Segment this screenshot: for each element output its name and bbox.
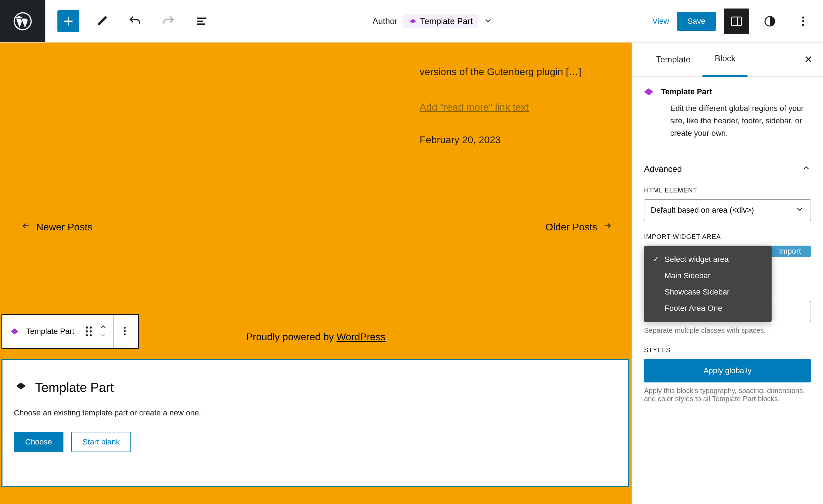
options-button[interactable] (790, 9, 816, 34)
html-element-select[interactable]: Default based on area (<div>) (644, 199, 811, 221)
template-part-pill-label: Template Part (420, 16, 473, 26)
block-name: Template Part (661, 87, 712, 96)
document-label: Author (373, 16, 398, 26)
start-blank-button[interactable]: Start blank (71, 432, 131, 452)
template-part-icon (408, 17, 418, 26)
import-widget-label: IMPORT WIDGET AREA (644, 233, 811, 241)
read-more-link[interactable]: Add "read more" link text (420, 100, 604, 115)
chevron-down-icon (795, 205, 804, 216)
template-part-icon (14, 379, 28, 396)
template-part-pill[interactable]: Template Part (403, 14, 478, 28)
dropdown-option-footer-area-one[interactable]: Footer Area One (644, 300, 772, 317)
advanced-panel-toggle[interactable]: Advanced (644, 163, 811, 175)
older-posts-label: Older Posts (545, 222, 597, 233)
advanced-label: Advanced (644, 164, 682, 174)
wordpress-link[interactable]: WordPress (337, 331, 386, 342)
editor-topbar: Author Template Part View Save (0, 0, 823, 43)
editor-canvas[interactable]: versions of the Gutenberg plugin […] Add… (0, 43, 632, 504)
powered-by: Proudly powered by WordPress (0, 331, 632, 343)
svg-point-3 (802, 16, 804, 18)
dropdown-option-showcase-sidebar[interactable]: Showcase Sidebar (644, 284, 772, 300)
arrow-left-icon (21, 221, 30, 233)
template-part-icon (642, 85, 656, 99)
powered-by-prefix: Proudly powered by (246, 331, 336, 342)
block-description: Edit the different global regions of you… (670, 102, 811, 140)
apply-globally-button[interactable]: Apply globally (644, 359, 811, 382)
tab-template[interactable]: Template (644, 43, 702, 76)
undo-button[interactable] (124, 10, 146, 32)
styles-label: STYLES (644, 347, 811, 354)
newer-posts-link[interactable]: Newer Posts (21, 221, 93, 233)
list-view-button[interactable] (191, 10, 213, 32)
tools-button[interactable] (91, 10, 113, 32)
excerpt-text: versions of the Gutenberg plugin […] (420, 66, 581, 77)
save-button[interactable]: Save (677, 12, 716, 31)
settings-sidebar: Template Block Template Part Edit the di… (632, 43, 823, 504)
apply-globally-help: Apply this block's typography, spacing, … (644, 387, 811, 403)
post-excerpt: versions of the Gutenberg plugin […] Add… (420, 65, 604, 147)
html-element-value: Default based on area (<div>) (651, 206, 754, 215)
arrow-right-icon (603, 221, 612, 233)
older-posts-link[interactable]: Older Posts (545, 221, 612, 233)
dropdown-option-select[interactable]: Select widget area (644, 251, 772, 268)
html-element-label: HTML ELEMENT (644, 187, 811, 194)
dropdown-option-main-sidebar[interactable]: Main Sidebar (644, 268, 772, 284)
tab-block[interactable]: Block (702, 43, 748, 77)
settings-sidebar-toggle[interactable] (724, 9, 749, 34)
view-link[interactable]: View (653, 17, 669, 26)
svg-point-5 (802, 24, 804, 26)
css-classes-help: Separate multiple classes with spaces. (644, 326, 811, 335)
placeholder-title: Template Part (35, 380, 114, 395)
redo-button[interactable] (157, 10, 179, 32)
block-inserter-button[interactable] (57, 10, 79, 32)
move-up-button[interactable] (99, 324, 107, 330)
svg-point-4 (802, 20, 804, 22)
template-part-placeholder: Template Part Choose an existing templat… (1, 359, 629, 487)
close-sidebar-button[interactable] (803, 54, 814, 66)
choose-button[interactable]: Choose (14, 432, 63, 452)
post-date: February 20, 2023 (420, 133, 604, 147)
svg-point-6 (124, 327, 125, 329)
chevron-down-icon[interactable] (483, 16, 493, 26)
widget-area-dropdown: Select widget area Main Sidebar Showcase… (644, 246, 772, 322)
placeholder-description: Choose an existing template part or crea… (14, 408, 616, 418)
wordpress-logo[interactable] (0, 0, 45, 42)
styles-toggle[interactable] (757, 9, 783, 34)
svg-rect-1 (732, 17, 741, 26)
import-button[interactable]: Import (769, 246, 811, 257)
newer-posts-label: Newer Posts (36, 222, 93, 233)
chevron-up-icon (802, 163, 811, 175)
